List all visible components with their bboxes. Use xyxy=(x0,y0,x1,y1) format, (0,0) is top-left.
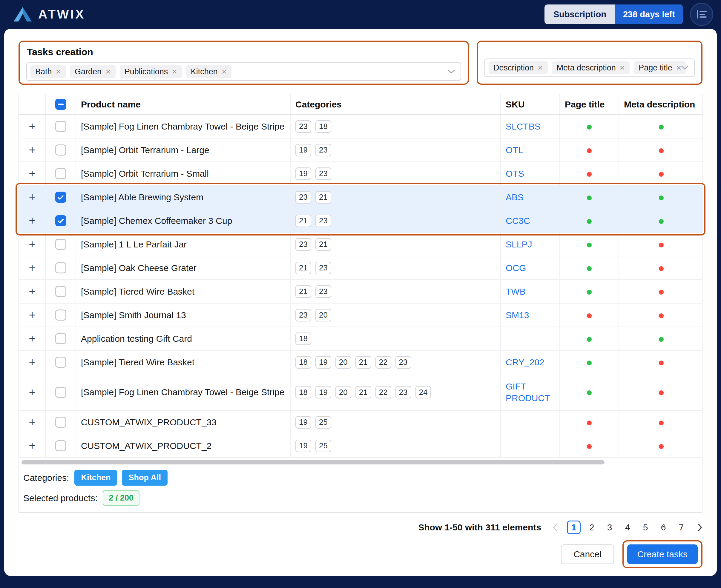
category-id-chip: 19 xyxy=(315,356,331,369)
remove-tag-icon[interactable]: × xyxy=(620,63,625,72)
row-checkbox[interactable] xyxy=(55,387,66,398)
expand-row-button[interactable]: + xyxy=(29,214,35,227)
sku-link[interactable]: SM13 xyxy=(506,310,529,320)
product-name: [Sample] 1 L Le Parfait Jar xyxy=(81,239,187,249)
expand-row-button[interactable]: + xyxy=(29,439,35,452)
category-id-chip: 23 xyxy=(295,120,311,133)
page-button-3[interactable]: 3 xyxy=(603,521,617,534)
row-checkbox[interactable] xyxy=(55,239,66,250)
row-checkbox[interactable] xyxy=(55,262,66,273)
category-id-chip: 23 xyxy=(295,309,311,321)
page-title-status-dot xyxy=(587,337,592,342)
attribute-filter-select[interactable]: Description×Meta description×Page title× xyxy=(484,59,695,77)
category-id-chip: 23 xyxy=(315,285,331,298)
category-id-chip: 18 xyxy=(295,356,311,369)
subscription-label: Subscription xyxy=(544,9,615,19)
expand-row-button[interactable]: + xyxy=(29,285,35,298)
filter-tag-label: Bath xyxy=(35,67,52,77)
sku-link[interactable]: SLLPJ xyxy=(506,239,532,249)
row-checkbox[interactable] xyxy=(55,121,66,132)
table-row: +[Sample] Chemex Coffeemaker 3 Cup2123CC… xyxy=(19,209,703,232)
category-filter-select[interactable]: Bath×Garden×Publications×Kitchen× xyxy=(26,62,461,81)
table-header-row: Product name Categories SKU Page title M… xyxy=(19,94,703,114)
expand-row-button[interactable]: + xyxy=(29,167,35,180)
row-checkbox[interactable] xyxy=(55,286,66,297)
chevron-down-icon xyxy=(681,66,689,70)
annotation-create-tasks: Create tasks xyxy=(622,540,702,568)
remove-tag-icon[interactable]: × xyxy=(538,63,543,72)
table-row: +[Sample] Able Brewing System2321ABS xyxy=(19,185,703,209)
sku-link[interactable]: OCG xyxy=(506,263,526,273)
category-id-chip: 20 xyxy=(335,356,351,369)
brand: ATWIX xyxy=(13,6,85,22)
select-all-checkbox[interactable] xyxy=(55,99,66,110)
row-checkbox[interactable] xyxy=(55,357,66,368)
page-button-1[interactable]: 1 xyxy=(567,521,581,534)
expand-row-button[interactable]: + xyxy=(29,238,35,250)
remove-tag-icon[interactable]: × xyxy=(676,63,682,72)
cancel-button[interactable]: Cancel xyxy=(561,544,614,564)
product-name: [Sample] Able Brewing System xyxy=(81,192,203,202)
row-checkbox[interactable] xyxy=(55,168,66,179)
expand-row-button[interactable]: + xyxy=(29,386,35,398)
category-id-chip: 25 xyxy=(315,416,331,428)
meta-description-status-dot xyxy=(659,172,664,177)
brand-name: ATWIX xyxy=(38,7,85,21)
page-title-status-dot xyxy=(587,361,592,365)
sku-link[interactable]: ABS xyxy=(506,192,524,202)
products-table: Product name Categories SKU Page title M… xyxy=(19,94,703,458)
expand-row-button[interactable]: + xyxy=(29,191,35,203)
sku-link[interactable]: OTL xyxy=(506,145,523,155)
expand-row-button[interactable]: + xyxy=(29,120,35,132)
expand-row-button[interactable]: + xyxy=(29,416,35,428)
remove-tag-icon[interactable]: × xyxy=(56,67,61,76)
expand-row-button[interactable]: + xyxy=(29,356,35,368)
category-shop-all-button[interactable]: Shop All xyxy=(122,470,167,486)
category-id-chip: 19 xyxy=(315,386,331,398)
category-id-chip: 22 xyxy=(376,356,391,369)
filter-tag: Kitchen× xyxy=(186,65,232,78)
page-button-5[interactable]: 5 xyxy=(639,521,652,534)
page-button-7[interactable]: 7 xyxy=(675,521,688,534)
category-id-chip: 21 xyxy=(315,238,331,251)
sku-link[interactable]: TWB xyxy=(506,287,526,296)
row-checkbox[interactable] xyxy=(55,145,66,155)
table-row: +[Sample] Tiered Wire Basket181920212223… xyxy=(19,351,703,374)
create-tasks-button[interactable]: Create tasks xyxy=(627,544,698,564)
sku-link[interactable]: OTS xyxy=(506,169,524,178)
remove-tag-icon[interactable]: × xyxy=(105,67,111,76)
prev-page-button[interactable] xyxy=(553,523,558,532)
row-checkbox[interactable] xyxy=(55,215,66,226)
expand-row-button[interactable]: + xyxy=(29,309,35,321)
sku-link[interactable]: SLCTBS xyxy=(506,122,541,131)
next-page-button[interactable] xyxy=(697,523,702,532)
sku-link[interactable]: CRY_202 xyxy=(506,357,544,367)
row-checkbox[interactable] xyxy=(55,417,66,428)
row-checkbox[interactable] xyxy=(55,333,66,344)
category-id-chip: 20 xyxy=(335,386,351,398)
chevron-down-icon xyxy=(447,69,455,74)
horizontal-scrollbar xyxy=(21,460,700,464)
category-id-chip: 23 xyxy=(315,215,331,227)
expand-row-button[interactable]: + xyxy=(29,261,35,274)
menu-button[interactable] xyxy=(690,3,713,26)
row-checkbox[interactable] xyxy=(55,440,66,451)
filter-tag-label: Kitchen xyxy=(191,67,218,77)
sku-link[interactable]: GIFT PRODUCT xyxy=(506,381,550,403)
page-button-2[interactable]: 2 xyxy=(585,521,599,534)
sidebar-toggle-icon xyxy=(696,10,707,19)
page-button-6[interactable]: 6 xyxy=(657,521,670,534)
category-id-chip: 18 xyxy=(295,333,311,345)
page-button-4[interactable]: 4 xyxy=(621,521,634,534)
row-checkbox[interactable] xyxy=(55,192,66,203)
expand-row-button[interactable]: + xyxy=(29,144,35,156)
row-checkbox[interactable] xyxy=(55,310,66,320)
scrollbar-thumb[interactable] xyxy=(21,460,604,464)
meta-description-status-dot xyxy=(659,444,664,449)
remove-tag-icon[interactable]: × xyxy=(222,67,227,76)
remove-tag-icon[interactable]: × xyxy=(172,67,177,76)
top-bar: ATWIX Subscription 238 days left xyxy=(0,0,721,29)
category-kitchen-button[interactable]: Kitchen xyxy=(74,470,117,486)
expand-row-button[interactable]: + xyxy=(29,332,35,345)
sku-link[interactable]: CC3C xyxy=(506,216,530,226)
